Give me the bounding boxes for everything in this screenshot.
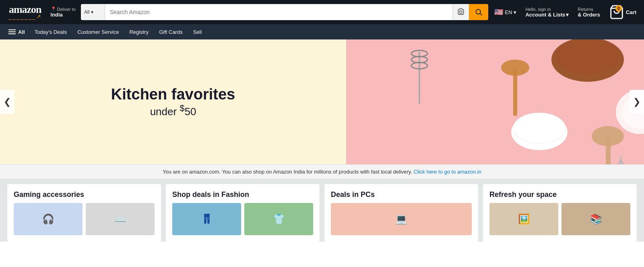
nav-link-gift-cards[interactable]: Gift Cards (155, 25, 187, 39)
search-input[interactable] (105, 4, 452, 20)
deliver-country: India (51, 12, 76, 18)
flag-icon: 🇺🇸 (494, 8, 503, 17)
hero-left-panel: Kitchen favorites under $50 (0, 39, 346, 164)
space-card: Refresh your space 🖼️ 📚 (483, 184, 637, 242)
pc-card: Deals in PCs 💻 (324, 184, 478, 242)
space-img-1: 🖼️ (489, 203, 558, 235)
gaming-img-1: 🎧 (14, 203, 83, 235)
space-card-title: Refresh your space (489, 190, 630, 199)
hero-title: Kitchen favorites (111, 86, 235, 103)
camera-search-button[interactable] (452, 4, 469, 20)
hero-banner: ❮ Kitchen favorites under $50 (0, 39, 644, 164)
account-chevron-icon: ▾ (566, 12, 569, 18)
nav-link-customer-service[interactable]: Customer Service (73, 25, 123, 39)
notification-text: You are on amazon.com. You can also shop… (163, 169, 412, 175)
all-nav-button[interactable]: All (5, 25, 29, 39)
search-bar: All ▾ (81, 4, 488, 20)
returns-box[interactable]: Returns & Orders (575, 5, 603, 20)
account-hello: Hello, sign in (525, 7, 569, 12)
top-nav: amazon _______↗ 📍 Deliver to India All ▾ (0, 0, 644, 24)
nav-link-registry[interactable]: Registry (125, 25, 153, 39)
nav-link-todays-deals[interactable]: Today's Deals (30, 25, 72, 39)
account-box[interactable]: Hello, sign in Account & Lists ▾ (522, 5, 572, 20)
hero-subtitle: under $50 (150, 103, 196, 118)
cart-label: Cart (626, 9, 636, 15)
lang-chevron-icon: ▾ (514, 9, 516, 15)
gaming-card: Gaming accessories 🎧 ⌨️ (7, 184, 161, 242)
svg-rect-8 (513, 68, 517, 116)
fashion-card: Shop deals in Fashion 👖 👕 (166, 184, 320, 242)
cart-count-badge: 0 (615, 5, 622, 12)
svg-rect-9 (419, 52, 420, 104)
svg-point-6 (555, 39, 620, 75)
cards-row: Gaming accessories 🎧 ⌨️ Shop deals in Fa… (0, 179, 644, 242)
hero-image (346, 39, 644, 164)
gaming-card-images: 🎧 ⌨️ (14, 203, 155, 235)
chevron-down-icon: ▾ (91, 9, 93, 15)
svg-rect-16 (606, 136, 611, 164)
fashion-img-1: 👖 (172, 203, 241, 235)
deliver-to-box[interactable]: 📍 Deliver to India (49, 4, 78, 20)
gaming-img-2: ⌨️ (86, 203, 155, 235)
deliver-to-label: 📍 Deliver to (51, 6, 76, 12)
cart-box[interactable]: 0 Cart (606, 2, 639, 22)
hamburger-icon (8, 29, 16, 34)
pin-icon: 📍 (51, 6, 56, 12)
fashion-card-title: Shop deals in Fashion (172, 190, 313, 199)
svg-point-14 (513, 113, 566, 143)
svg-line-2 (480, 14, 482, 16)
amazon-india-link[interactable]: Click here to go to amazon.in (414, 169, 481, 175)
fashion-img-2: 👕 (244, 203, 313, 235)
hero-right-panel (346, 39, 644, 164)
search-submit-button[interactable] (469, 4, 488, 20)
notification-bar: You are on amazon.com. You can also shop… (0, 164, 644, 179)
secondary-nav: All Today's Deals Customer Service Regis… (0, 24, 644, 39)
svg-point-1 (476, 9, 481, 14)
search-category-select[interactable]: All ▾ (81, 4, 105, 20)
space-card-images: 🖼️ 📚 (489, 203, 630, 235)
account-label: Account & Lists ▾ (525, 12, 569, 18)
pc-card-title: Deals in PCs (331, 190, 472, 199)
logo-smile: _______↗ (8, 13, 42, 20)
space-img-2: 📚 (561, 203, 630, 235)
hero-prev-button[interactable]: ❮ (0, 90, 14, 114)
svg-point-0 (460, 11, 462, 14)
hero-next-button[interactable]: ❯ (630, 90, 644, 114)
returns-top: Returns (578, 7, 600, 12)
pc-card-images: 💻 (331, 203, 472, 235)
fashion-card-images: 👖 👕 (172, 203, 313, 235)
nav-link-sell[interactable]: Sell (189, 25, 206, 39)
gaming-card-title: Gaming accessories (14, 190, 155, 199)
returns-bottom: & Orders (578, 12, 600, 18)
language-selector[interactable]: 🇺🇸 EN ▾ (491, 6, 519, 19)
amazon-logo[interactable]: amazon _______↗ (5, 2, 45, 22)
pc-img-1: 💻 (331, 203, 472, 235)
